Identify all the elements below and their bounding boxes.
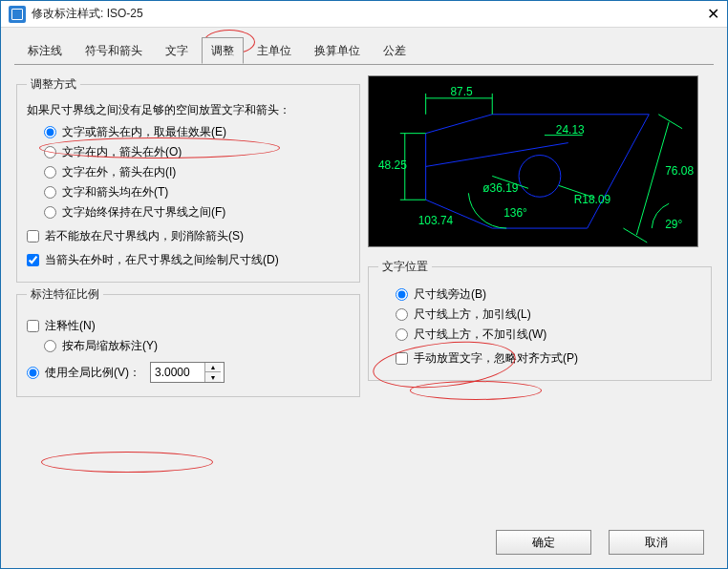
textpos-over-noleader[interactable]: 尺寸线上方，不加引线(W) <box>396 327 701 343</box>
textpos-beside[interactable]: 尺寸线旁边(B) <box>396 286 701 303</box>
tab-alt[interactable]: 换算单位 <box>305 37 370 64</box>
spin-down-icon[interactable]: ▼ <box>205 372 221 382</box>
svg-text:R18.09: R18.09 <box>574 193 611 206</box>
group-fit: 调整方式 如果尺寸界线之间没有足够的空间放置文字和箭头： 文字或箭头在内，取最佳… <box>16 76 360 283</box>
svg-line-13 <box>636 122 669 235</box>
fit-suppress-arrows[interactable]: 若不能放在尺寸界线内，则消除箭头(S) <box>27 228 350 244</box>
ok-button[interactable]: 确定 <box>496 530 591 555</box>
svg-text:24.13: 24.13 <box>556 123 585 137</box>
fit-opt-always[interactable]: 文字始终保持在尺寸界线之间(F) <box>44 204 350 221</box>
tab-lines[interactable]: 标注线 <box>18 37 72 64</box>
group-feature-legend: 标注特征比例 <box>27 286 103 303</box>
tab-symbols[interactable]: 符号和箭头 <box>75 37 152 64</box>
feature-annotative[interactable]: 注释性(N) <box>27 318 350 334</box>
fit-opt-both-out[interactable]: 文字和箭头均在外(T) <box>44 184 350 200</box>
textpos-manual[interactable]: 手动放置文字，忽略对齐方式(P) <box>396 350 701 367</box>
tab-fit[interactable]: 调整 <box>202 37 244 64</box>
global-scale-spinner[interactable]: ▲▼ <box>150 362 225 383</box>
group-fit-legend: 调整方式 <box>27 76 80 93</box>
svg-text:29°: 29° <box>665 218 682 231</box>
app-icon <box>9 6 26 23</box>
global-scale-input[interactable] <box>151 364 204 381</box>
fit-opt-best[interactable]: 文字或箭头在内，取最佳效果(E) <box>44 124 350 140</box>
spin-up-icon[interactable]: ▲ <box>205 363 221 372</box>
group-textpos: 文字位置 尺寸线旁边(B) 尺寸线上方，加引线(L) 尺寸线上方，不加引线(W)… <box>368 259 712 381</box>
svg-text:ø36.19: ø36.19 <box>482 181 518 195</box>
svg-line-11 <box>658 115 682 129</box>
textpos-over-leader[interactable]: 尺寸线上方，加引线(L) <box>396 306 701 323</box>
close-icon[interactable]: ✕ <box>707 5 719 23</box>
fit-draw-dimline[interactable]: 当箭头在外时，在尺寸界线之间绘制尺寸线(D) <box>27 252 350 268</box>
tab-text[interactable]: 文字 <box>156 37 198 64</box>
dimension-preview: 87.5 48.25 24.13 R18.09 ø36.19 136° 29° … <box>368 75 698 247</box>
tab-tol[interactable]: 公差 <box>374 37 416 64</box>
svg-text:76.08: 76.08 <box>665 164 694 178</box>
svg-text:48.25: 48.25 <box>378 158 407 172</box>
group-textpos-legend: 文字位置 <box>378 259 432 275</box>
feature-global-scale[interactable]: 使用全局比例(V)： <box>27 365 140 381</box>
svg-text:136°: 136° <box>503 206 527 220</box>
cancel-button[interactable]: 取消 <box>609 530 704 555</box>
svg-text:87.5: 87.5 <box>450 85 473 98</box>
feature-layout-scale[interactable]: 按布局缩放标注(Y) <box>44 338 350 354</box>
svg-point-1 <box>519 156 561 198</box>
fit-opt-text-out[interactable]: 文字在外，箭头在内(I) <box>44 164 350 180</box>
svg-line-0 <box>426 143 568 167</box>
fit-opt-text-in[interactable]: 文字在内，箭头在外(O) <box>44 144 350 160</box>
tab-primary[interactable]: 主单位 <box>247 37 301 64</box>
title-bar: 修改标注样式: ISO-25 ✕ <box>1 1 727 28</box>
fit-lead: 如果尺寸界线之间没有足够的空间放置文字和箭头： <box>27 102 350 118</box>
svg-text:103.74: 103.74 <box>418 214 454 227</box>
tab-strip: 标注线 符号和箭头 文字 调整 主单位 换算单位 公差 <box>14 37 714 64</box>
annotation-circle <box>41 452 213 473</box>
window-title: 修改标注样式: ISO-25 <box>32 6 143 22</box>
group-feature: 标注特征比例 注释性(N) 按布局缩放标注(Y) 使用全局比例(V)： ▲▼ <box>16 286 360 397</box>
svg-line-12 <box>623 228 647 242</box>
